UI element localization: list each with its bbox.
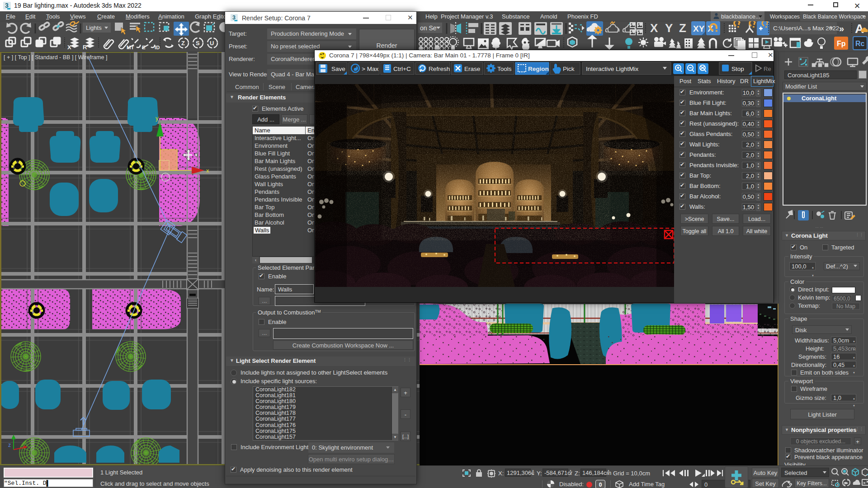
svg-text:»: » <box>839 23 844 33</box>
svg-text:y: y <box>156 115 159 122</box>
svg-text:Z: Z <box>181 40 185 47</box>
svg-text:E: E <box>142 45 146 50</box>
svg-text:ID: ID <box>155 45 160 50</box>
svg-text:x: x <box>206 167 209 174</box>
svg-text:Stop: Stop <box>731 66 744 72</box>
svg-text:Erase: Erase <box>464 66 480 72</box>
svg-text:XY: XY <box>693 24 705 33</box>
svg-text:Pick: Pick <box>563 66 575 72</box>
svg-text:on Se: on Se <box>420 24 437 32</box>
svg-text:3: 3 <box>5 2 9 9</box>
svg-text:R: R <box>83 44 87 51</box>
svg-text:U: U <box>210 40 214 47</box>
svg-text:3: 3 <box>232 14 236 21</box>
svg-text:C:\Users\A...s Max 2022: C:\Users\A...s Max 2022 <box>773 25 839 32</box>
svg-text:z: z <box>8 442 11 448</box>
svg-text:Refresh: Refresh <box>429 66 450 72</box>
svg-text:Y: Y <box>665 21 673 35</box>
svg-text:Lights: Lights <box>86 24 102 31</box>
svg-text:Ctrl+C: Ctrl+C <box>393 66 411 72</box>
svg-text:> Max: > Max <box>362 66 378 72</box>
svg-text:X: X <box>650 21 658 35</box>
svg-text:S: S <box>196 40 200 47</box>
svg-text:Interactive LightMix: Interactive LightMix <box>586 66 639 72</box>
svg-text:Tools: Tools <box>497 66 512 72</box>
svg-text:Fp: Fp <box>837 40 846 47</box>
svg-text:Re: Re <box>764 66 771 72</box>
svg-text:Rc: Rc <box>855 40 865 47</box>
svg-text:X: X <box>67 44 71 51</box>
svg-text:Z: Z <box>679 21 686 35</box>
svg-text:Region: Region <box>528 66 549 72</box>
svg-text:MT: MT <box>127 45 134 50</box>
svg-text:Save: Save <box>331 66 345 72</box>
